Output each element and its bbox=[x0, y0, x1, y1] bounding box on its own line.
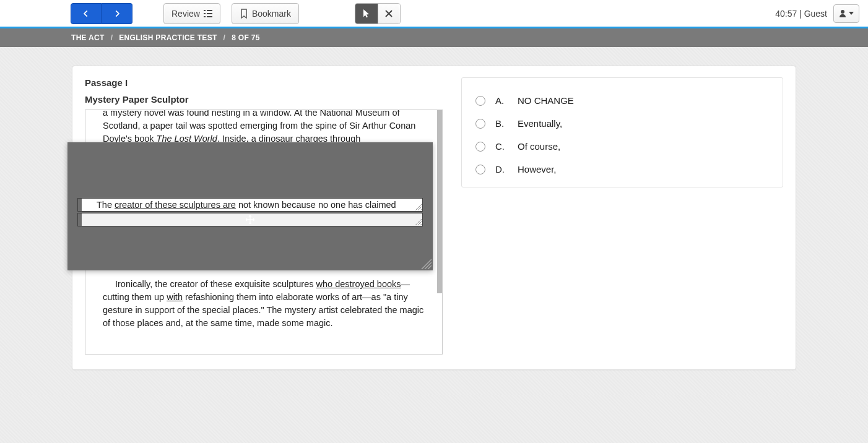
passage-top-fragment: a mystery novel was found nesting in a w… bbox=[103, 110, 432, 145]
passage-label: Passage I bbox=[85, 77, 443, 88]
cursor-icon bbox=[362, 9, 371, 19]
line-reader-left-handle[interactable] bbox=[78, 213, 82, 226]
user-icon bbox=[839, 9, 846, 17]
choice-letter: B. bbox=[495, 118, 508, 129]
radio-icon[interactable] bbox=[475, 142, 485, 152]
choice-text: Of course, bbox=[518, 141, 560, 152]
choice-text: However, bbox=[518, 164, 557, 174]
list-icon bbox=[204, 10, 212, 17]
svg-rect-2 bbox=[204, 16, 206, 17]
svg-point-6 bbox=[841, 10, 844, 14]
choice-letter: C. bbox=[495, 141, 508, 152]
bookmark-button[interactable]: Bookmark bbox=[232, 3, 299, 24]
answer-choice-c[interactable]: C. Of course, bbox=[474, 135, 770, 158]
resize-handle-icon[interactable] bbox=[414, 218, 422, 225]
review-button[interactable]: Review bbox=[163, 3, 220, 24]
line-reader-line: The creator of these sculptures are not … bbox=[97, 200, 396, 210]
timer-text: 40:57 | Guest bbox=[775, 9, 827, 19]
line-text: not known because no one has claimed bbox=[236, 200, 396, 210]
passage-bottom-paragraph: Ironically, the creator of these exquisi… bbox=[103, 278, 432, 330]
line-reader-windows: The creator of these sculptures are not … bbox=[77, 198, 423, 226]
top-toolbar: Review Bookmark 40:57 | Guest bbox=[0, 0, 868, 28]
line-reader-text-row[interactable]: The creator of these sculptures are not … bbox=[77, 198, 423, 212]
resize-handle-icon[interactable] bbox=[414, 203, 422, 210]
breadcrumb-separator: / bbox=[111, 33, 113, 42]
answer-panel: A. NO CHANGE B. Eventually, C. Of course… bbox=[461, 77, 783, 187]
line-text: The bbox=[97, 200, 115, 210]
line-reader-overlay[interactable]: The creator of these sculptures are not … bbox=[67, 142, 433, 270]
review-label: Review bbox=[171, 9, 200, 19]
radio-icon[interactable] bbox=[475, 96, 485, 106]
line-reader-move-row[interactable] bbox=[77, 213, 423, 226]
close-icon bbox=[385, 10, 393, 17]
breadcrumb-progress: 8 OF 75 bbox=[232, 33, 259, 42]
passage-title: Mystery Paper Sculptor bbox=[85, 94, 443, 105]
arrow-right-icon bbox=[113, 9, 121, 18]
svg-rect-0 bbox=[204, 10, 206, 11]
choice-letter: D. bbox=[495, 164, 508, 174]
choice-text: Eventually, bbox=[518, 118, 562, 129]
move-icon bbox=[246, 215, 254, 224]
passage-column: Passage I Mystery Paper Sculptor a myste… bbox=[85, 77, 443, 355]
passage-underline: who destroyed books bbox=[316, 279, 401, 289]
breadcrumb-separator: / bbox=[224, 33, 226, 42]
answer-choice-d[interactable]: D. However, bbox=[474, 158, 770, 181]
breadcrumb-section: ENGLISH PRACTICE TEST bbox=[119, 33, 217, 42]
answer-choice-a[interactable]: A. NO CHANGE bbox=[474, 89, 770, 112]
svg-rect-1 bbox=[204, 13, 206, 14]
pointer-mode-group bbox=[355, 3, 401, 24]
passage-underline: with bbox=[167, 292, 183, 302]
svg-rect-3 bbox=[207, 10, 212, 11]
choice-text: NO CHANGE bbox=[518, 95, 574, 106]
line-reader-left-handle[interactable] bbox=[78, 199, 82, 211]
overlay-resize-handle-icon[interactable] bbox=[420, 258, 432, 269]
caret-down-icon bbox=[849, 12, 854, 15]
next-button[interactable] bbox=[102, 3, 132, 24]
breadcrumb-bar: THE ACT / ENGLISH PRACTICE TEST / 8 OF 7… bbox=[0, 28, 868, 47]
prev-button[interactable] bbox=[71, 3, 102, 24]
pointer-mode-button[interactable] bbox=[355, 4, 378, 24]
nav-button-group bbox=[71, 3, 132, 24]
breadcrumb-root: THE ACT bbox=[71, 33, 105, 42]
bookmark-label: Bookmark bbox=[252, 9, 291, 19]
radio-icon[interactable] bbox=[475, 165, 485, 174]
answer-choice-b[interactable]: B. Eventually, bbox=[474, 112, 770, 135]
svg-rect-5 bbox=[207, 16, 212, 17]
radio-icon[interactable] bbox=[475, 119, 485, 129]
user-menu-button[interactable] bbox=[833, 4, 859, 23]
question-card: Passage I Mystery Paper Sculptor a myste… bbox=[72, 66, 796, 370]
close-mode-button[interactable] bbox=[378, 4, 400, 24]
arrow-left-icon bbox=[82, 9, 90, 18]
line-underline: creator of these sculptures are bbox=[115, 200, 236, 210]
svg-rect-4 bbox=[207, 13, 212, 14]
bookmark-icon bbox=[240, 9, 248, 19]
passage-text: Ironically, the creator of these exquisi… bbox=[115, 279, 316, 289]
choice-letter: A. bbox=[495, 95, 508, 106]
scrollbar-thumb[interactable] bbox=[437, 110, 442, 293]
answer-column: A. NO CHANGE B. Eventually, C. Of course… bbox=[461, 77, 783, 355]
